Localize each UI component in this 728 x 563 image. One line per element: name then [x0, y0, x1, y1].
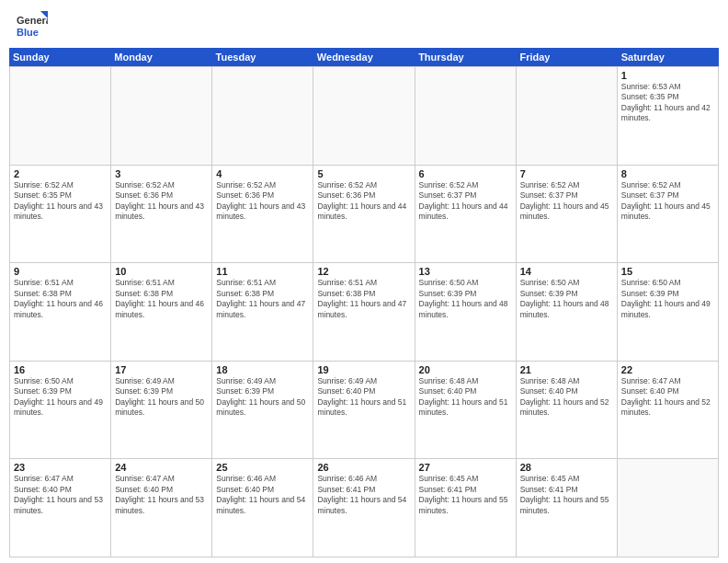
calendar-cell — [517, 67, 618, 165]
page: General Blue SundayMondayTuesdayWednesda… — [0, 0, 728, 563]
day-info: Sunrise: 6:51 AM Sunset: 6:38 PM Dayligh… — [115, 278, 208, 320]
day-number: 2 — [14, 168, 107, 179]
day-info: Sunrise: 6:52 AM Sunset: 6:36 PM Dayligh… — [115, 180, 208, 223]
calendar-row: 16Sunrise: 6:50 AM Sunset: 6:39 PM Dayli… — [10, 362, 719, 460]
calendar-cell: 28Sunrise: 6:45 AM Sunset: 6:41 PM Dayli… — [517, 459, 618, 557]
calendar-body: 1Sunrise: 6:53 AM Sunset: 6:35 PM Daylig… — [9, 66, 719, 557]
day-number: 27 — [419, 462, 512, 473]
day-info: Sunrise: 6:50 AM Sunset: 6:39 PM Dayligh… — [419, 278, 512, 320]
calendar-cell: 24Sunrise: 6:47 AM Sunset: 6:40 PM Dayli… — [111, 459, 212, 557]
day-number: 8 — [621, 168, 714, 179]
day-number: 1 — [621, 70, 714, 81]
calendar-cell: 6Sunrise: 6:52 AM Sunset: 6:37 PM Daylig… — [415, 166, 517, 263]
day-info: Sunrise: 6:45 AM Sunset: 6:41 PM Dayligh… — [419, 474, 512, 516]
calendar-cell: 23Sunrise: 6:47 AM Sunset: 6:40 PM Dayli… — [10, 459, 111, 557]
day-info: Sunrise: 6:51 AM Sunset: 6:38 PM Dayligh… — [14, 278, 107, 320]
svg-text:General: General — [17, 15, 48, 26]
day-number: 13 — [419, 266, 512, 277]
calendar-cell — [313, 67, 415, 165]
day-info: Sunrise: 6:47 AM Sunset: 6:40 PM Dayligh… — [14, 474, 107, 516]
calendar-cell — [10, 67, 111, 165]
calendar-cell: 27Sunrise: 6:45 AM Sunset: 6:41 PM Dayli… — [415, 459, 517, 557]
day-number: 10 — [115, 266, 208, 277]
calendar-row: 1Sunrise: 6:53 AM Sunset: 6:35 PM Daylig… — [10, 67, 719, 166]
weekday-header: Tuesday — [212, 48, 313, 66]
logo: General Blue — [15, 9, 48, 42]
calendar-cell — [111, 67, 212, 165]
day-info: Sunrise: 6:50 AM Sunset: 6:39 PM Dayligh… — [621, 278, 714, 320]
day-number: 22 — [621, 364, 714, 375]
calendar-cell: 21Sunrise: 6:48 AM Sunset: 6:40 PM Dayli… — [517, 362, 618, 459]
day-number: 16 — [14, 364, 107, 375]
day-info: Sunrise: 6:48 AM Sunset: 6:40 PM Dayligh… — [419, 376, 512, 419]
weekday-header: Friday — [516, 48, 617, 66]
weekday-header: Sunday — [9, 48, 110, 66]
day-info: Sunrise: 6:52 AM Sunset: 6:36 PM Dayligh… — [216, 180, 309, 223]
day-number: 15 — [621, 266, 714, 277]
calendar-cell — [415, 67, 517, 165]
day-info: Sunrise: 6:50 AM Sunset: 6:39 PM Dayligh… — [14, 376, 107, 419]
weekday-header: Thursday — [415, 48, 516, 66]
day-number: 25 — [216, 462, 309, 473]
header: General Blue — [0, 0, 728, 48]
weekday-header: Saturday — [618, 48, 719, 66]
day-number: 19 — [317, 364, 410, 375]
calendar-cell: 26Sunrise: 6:46 AM Sunset: 6:41 PM Dayli… — [313, 459, 415, 557]
day-info: Sunrise: 6:52 AM Sunset: 6:35 PM Dayligh… — [14, 180, 107, 223]
day-number: 9 — [14, 266, 107, 277]
day-info: Sunrise: 6:49 AM Sunset: 6:39 PM Dayligh… — [216, 376, 309, 419]
calendar-cell: 1Sunrise: 6:53 AM Sunset: 6:35 PM Daylig… — [618, 67, 719, 165]
day-info: Sunrise: 6:51 AM Sunset: 6:38 PM Dayligh… — [216, 278, 309, 320]
calendar-cell: 7Sunrise: 6:52 AM Sunset: 6:37 PM Daylig… — [517, 166, 618, 263]
calendar-row: 2Sunrise: 6:52 AM Sunset: 6:35 PM Daylig… — [10, 166, 719, 264]
day-info: Sunrise: 6:46 AM Sunset: 6:41 PM Dayligh… — [317, 474, 410, 516]
calendar-cell: 19Sunrise: 6:49 AM Sunset: 6:40 PM Dayli… — [313, 362, 415, 459]
day-number: 7 — [520, 168, 613, 179]
day-number: 5 — [317, 168, 410, 179]
weekday-header: Monday — [110, 48, 211, 66]
day-number: 14 — [520, 266, 613, 277]
calendar-cell: 11Sunrise: 6:51 AM Sunset: 6:38 PM Dayli… — [212, 263, 313, 361]
calendar-cell: 13Sunrise: 6:50 AM Sunset: 6:39 PM Dayli… — [415, 263, 517, 361]
calendar-cell: 5Sunrise: 6:52 AM Sunset: 6:36 PM Daylig… — [313, 166, 415, 263]
calendar-cell: 9Sunrise: 6:51 AM Sunset: 6:38 PM Daylig… — [10, 263, 111, 361]
calendar-cell: 12Sunrise: 6:51 AM Sunset: 6:38 PM Dayli… — [313, 263, 415, 361]
calendar-cell — [618, 459, 719, 557]
calendar-cell — [212, 67, 313, 165]
calendar-cell: 8Sunrise: 6:52 AM Sunset: 6:37 PM Daylig… — [618, 166, 719, 263]
calendar-row: 23Sunrise: 6:47 AM Sunset: 6:40 PM Dayli… — [10, 459, 719, 557]
day-number: 11 — [216, 266, 309, 277]
day-info: Sunrise: 6:45 AM Sunset: 6:41 PM Dayligh… — [520, 474, 613, 516]
day-info: Sunrise: 6:48 AM Sunset: 6:40 PM Dayligh… — [520, 376, 613, 419]
calendar-cell: 4Sunrise: 6:52 AM Sunset: 6:36 PM Daylig… — [212, 166, 313, 263]
calendar-row: 9Sunrise: 6:51 AM Sunset: 6:38 PM Daylig… — [10, 263, 719, 362]
calendar-cell: 25Sunrise: 6:46 AM Sunset: 6:40 PM Dayli… — [212, 459, 313, 557]
logo-svg: General Blue — [15, 9, 48, 42]
day-number: 21 — [520, 364, 613, 375]
calendar-header: SundayMondayTuesdayWednesdayThursdayFrid… — [9, 48, 719, 66]
calendar-cell: 20Sunrise: 6:48 AM Sunset: 6:40 PM Dayli… — [415, 362, 517, 459]
weekday-header: Wednesday — [313, 48, 415, 66]
calendar-cell: 15Sunrise: 6:50 AM Sunset: 6:39 PM Dayli… — [618, 263, 719, 361]
day-info: Sunrise: 6:52 AM Sunset: 6:37 PM Dayligh… — [621, 180, 714, 223]
day-number: 12 — [317, 266, 410, 277]
day-number: 26 — [317, 462, 410, 473]
day-number: 28 — [520, 462, 613, 473]
day-info: Sunrise: 6:52 AM Sunset: 6:37 PM Dayligh… — [520, 180, 613, 223]
day-number: 24 — [115, 462, 208, 473]
day-info: Sunrise: 6:52 AM Sunset: 6:37 PM Dayligh… — [419, 180, 512, 223]
day-number: 18 — [216, 364, 309, 375]
day-number: 23 — [14, 462, 107, 473]
calendar-cell: 22Sunrise: 6:47 AM Sunset: 6:40 PM Dayli… — [618, 362, 719, 459]
day-info: Sunrise: 6:47 AM Sunset: 6:40 PM Dayligh… — [621, 376, 714, 419]
day-number: 17 — [115, 364, 208, 375]
day-info: Sunrise: 6:47 AM Sunset: 6:40 PM Dayligh… — [115, 474, 208, 516]
day-info: Sunrise: 6:53 AM Sunset: 6:35 PM Dayligh… — [621, 82, 714, 124]
calendar-cell: 14Sunrise: 6:50 AM Sunset: 6:39 PM Dayli… — [517, 263, 618, 361]
day-info: Sunrise: 6:49 AM Sunset: 6:40 PM Dayligh… — [317, 376, 410, 419]
day-info: Sunrise: 6:52 AM Sunset: 6:36 PM Dayligh… — [317, 180, 410, 223]
day-number: 4 — [216, 168, 309, 179]
day-number: 20 — [419, 364, 512, 375]
day-number: 6 — [419, 168, 512, 179]
calendar-cell: 18Sunrise: 6:49 AM Sunset: 6:39 PM Dayli… — [212, 362, 313, 459]
